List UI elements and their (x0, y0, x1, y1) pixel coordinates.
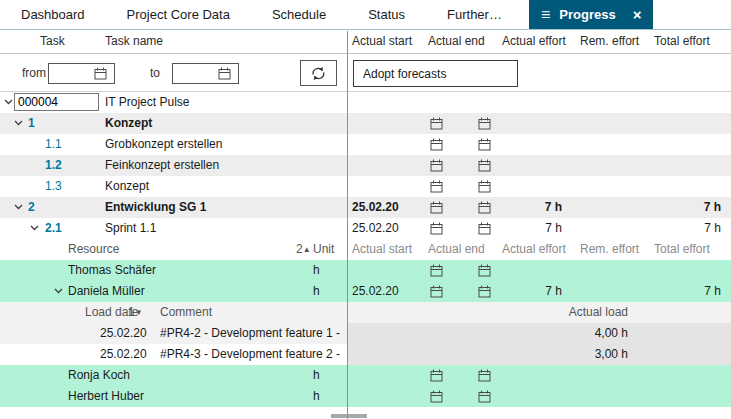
resource-name: Thomas Schäfer (68, 260, 156, 281)
tab-status[interactable]: Status (347, 0, 426, 29)
task-name: Grobkonzept erstellen (105, 134, 222, 155)
calendar-icon[interactable] (478, 285, 491, 298)
project-root-row[interactable]: IT Project Pulse (0, 92, 731, 113)
actual-load-value: 3,00 h (502, 344, 628, 365)
to-date-input[interactable] (173, 65, 217, 82)
task-name: Konzept (105, 113, 152, 134)
col-rem-effort[interactable]: Rem. effort (580, 30, 639, 53)
calendar-icon[interactable] (478, 138, 491, 151)
tab-schedule[interactable]: Schedule (251, 0, 347, 29)
total-effort-value: 7 h (640, 197, 721, 218)
task-row-1[interactable]: 1 Konzept (0, 113, 731, 134)
chevron-down-icon[interactable] (30, 225, 39, 231)
calendar-icon[interactable] (430, 264, 443, 277)
tab-project-core-data[interactable]: Project Core Data (106, 0, 251, 29)
task-name: Konzept (105, 176, 149, 197)
refresh-button[interactable] (300, 60, 337, 86)
calendar-icon[interactable] (478, 222, 491, 235)
col-unit[interactable]: Unit (313, 239, 334, 260)
calendar-icon[interactable] (478, 180, 491, 193)
resource-row[interactable]: Ronja Koch h (0, 365, 731, 386)
calendar-icon[interactable] (478, 117, 491, 130)
project-id-input[interactable] (14, 93, 99, 111)
sort-indicator[interactable]: 2▲ (296, 239, 311, 260)
calendar-icon[interactable] (430, 285, 443, 298)
menu-icon[interactable]: ≡ (541, 7, 550, 23)
chevron-down-icon[interactable] (4, 99, 13, 105)
col-resource[interactable]: Resource (68, 239, 119, 260)
filter-row: from to Adopt forecasts (0, 54, 731, 92)
calendar-icon[interactable] (430, 390, 443, 403)
chevron-down-icon[interactable] (54, 288, 63, 294)
calendar-icon[interactable] (93, 66, 108, 81)
resource-row[interactable]: Herbert Huber h (0, 386, 731, 407)
calendar-icon[interactable] (217, 66, 232, 81)
calendar-icon[interactable] (430, 138, 443, 151)
task-name: Sprint 1.1 (105, 218, 156, 239)
calendar-icon[interactable] (430, 117, 443, 130)
calendar-icon[interactable] (478, 201, 491, 214)
calendar-icon[interactable] (430, 201, 443, 214)
adopt-forecasts-button[interactable]: Adopt forecasts (353, 60, 518, 87)
task-row-2[interactable]: 2 Entwicklung SG 1 25.02.20 7 h 7 h (0, 197, 731, 218)
resource-row[interactable]: Thomas Schäfer h (0, 260, 731, 281)
tab-bar: Dashboard Project Core Data Schedule Sta… (0, 0, 731, 30)
calendar-icon[interactable] (478, 159, 491, 172)
calendar-icon[interactable] (478, 264, 491, 277)
actual-start-value: 25.02.20 (352, 281, 399, 302)
col-actual-end[interactable]: Actual end (428, 239, 485, 260)
load-comment: #PR4-2 - Development feature 1 - (160, 323, 340, 344)
tab-dashboard[interactable]: Dashboard (0, 0, 106, 29)
resource-unit: h (313, 260, 320, 281)
chevron-down-icon[interactable] (14, 204, 23, 210)
resource-unit: h (313, 386, 320, 407)
from-date-input[interactable] (49, 65, 93, 82)
task-row-1-1[interactable]: 1.1 Grobkonzept erstellen (0, 134, 731, 155)
col-rem-effort[interactable]: Rem. effort (580, 239, 639, 260)
calendar-icon[interactable] (478, 390, 491, 403)
to-date-field[interactable] (172, 63, 239, 84)
col-actual-load[interactable]: Actual load (502, 302, 628, 323)
task-row-2-1[interactable]: 2.1 Sprint 1.1 25.02.20 7 h 7 h (0, 218, 731, 239)
calendar-icon[interactable] (478, 369, 491, 382)
calendar-icon[interactable] (430, 180, 443, 193)
task-row-1-3[interactable]: 1.3 Konzept (0, 176, 731, 197)
col-task[interactable]: Task (40, 30, 65, 53)
task-row-1-2[interactable]: 1.2 Feinkonzept erstellen (0, 155, 731, 176)
tab-progress-label: Progress (559, 7, 615, 22)
col-actual-start[interactable]: Actual start (352, 30, 412, 53)
sort-indicator[interactable]: 1▼ (128, 302, 143, 323)
col-total-effort[interactable]: Total effort (654, 239, 710, 260)
col-actual-effort[interactable]: Actual effort (502, 30, 566, 53)
col-actual-effort[interactable]: Actual effort (502, 239, 566, 260)
task-number: 2.1 (45, 218, 62, 239)
close-icon[interactable]: × (633, 6, 642, 23)
load-row[interactable]: 25.02.20 #PR4-3 - Development feature 2 … (0, 344, 731, 365)
calendar-icon[interactable] (430, 369, 443, 382)
actual-load-value: 4,00 h (502, 323, 628, 344)
resource-row[interactable]: Daniela Müller h 25.02.20 7 h 7 h (0, 281, 731, 302)
horizontal-scrollbar-thumb[interactable] (331, 414, 367, 418)
col-task-name[interactable]: Task name (105, 30, 163, 53)
col-total-effort[interactable]: Total effort (654, 30, 710, 53)
col-actual-start[interactable]: Actual start (352, 239, 412, 260)
col-actual-end[interactable]: Actual end (428, 30, 485, 53)
tab-progress-active[interactable]: ≡ Progress × (529, 0, 653, 29)
task-number: 1.2 (45, 155, 62, 176)
from-date-field[interactable] (48, 63, 115, 84)
chevron-down-icon[interactable] (14, 120, 23, 126)
task-tree: IT Project Pulse 1 Konzept 1.1 Grobkonze… (0, 92, 731, 407)
tab-further[interactable]: Further… (426, 0, 523, 29)
calendar-icon[interactable] (430, 159, 443, 172)
resource-unit: h (313, 365, 320, 386)
col-comment[interactable]: Comment (160, 302, 212, 323)
load-row[interactable]: 25.02.20 #PR4-2 - Development feature 1 … (0, 323, 731, 344)
to-label: to (150, 54, 160, 92)
total-effort-value: 7 h (640, 218, 721, 239)
task-name: Feinkonzept erstellen (105, 155, 219, 176)
from-label: from (22, 54, 46, 92)
total-effort-value: 7 h (640, 281, 721, 302)
sort-desc-icon: ▼ (135, 308, 143, 317)
calendar-icon[interactable] (430, 222, 443, 235)
column-divider[interactable] (347, 31, 348, 419)
